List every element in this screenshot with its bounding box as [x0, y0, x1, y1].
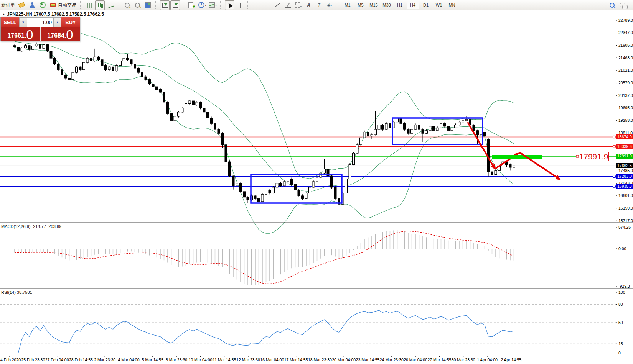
- candle-body: [148, 80, 151, 84]
- cursor-button[interactable]: [225, 0, 234, 10]
- timeframe-m1[interactable]: M1: [341, 1, 354, 9]
- time-tick-label: 26 Mar 04:00: [404, 357, 427, 362]
- chat-button[interactable]: [618, 0, 627, 10]
- candle-body: [422, 129, 424, 133]
- zoom-out-button[interactable]: [133, 0, 142, 10]
- shapes-icon: ◈: [326, 3, 330, 7]
- line-chart-button[interactable]: [105, 0, 115, 10]
- text-button[interactable]: A: [304, 0, 313, 10]
- line-endpoint-marker[interactable]: [613, 145, 615, 148]
- fibonacci-button[interactable]: [283, 0, 293, 10]
- tile-windows-button[interactable]: [143, 0, 153, 10]
- top-toolbar: 新订单 自动交易 ▾ ▾ ▾ A T ◈▾ M1M5M15M30H1H4D1W1…: [0, 0, 633, 10]
- sell-price-panel[interactable]: 17661.0: [1, 27, 40, 41]
- object-markers[interactable]: [576, 136, 615, 188]
- candle-body: [323, 169, 326, 173]
- volume-decrease-button[interactable]: ▼: [19, 17, 27, 27]
- timeframe-h1[interactable]: H1: [394, 1, 406, 9]
- vertical-line-button[interactable]: [252, 0, 262, 10]
- add-indicator-icon: [188, 2, 193, 8]
- periods-button[interactable]: ▾: [198, 0, 207, 10]
- crosshair-button[interactable]: [235, 0, 245, 10]
- candle-body: [298, 190, 300, 196]
- bar-chart-button[interactable]: [85, 0, 94, 10]
- time-tick-label: 23 Mar 14:55: [356, 357, 380, 362]
- zoom-in-button[interactable]: [122, 0, 132, 10]
- volume-increase-button[interactable]: ▲: [53, 17, 61, 27]
- buy-button[interactable]: BUY: [61, 17, 80, 27]
- candle-body: [411, 129, 413, 133]
- timeframe-m15[interactable]: M15: [368, 1, 380, 9]
- dropdown-caret-icon[interactable]: ▾: [215, 3, 217, 7]
- line-endpoint-marker[interactable]: [613, 175, 615, 177]
- candle-body: [105, 66, 107, 70]
- candle-body: [137, 68, 140, 72]
- candle-body: [50, 51, 52, 59]
- autotrade-label[interactable]: 自动交易: [58, 2, 76, 8]
- candle-body: [509, 165, 511, 167]
- autotrade-button[interactable]: [48, 0, 58, 10]
- axis-tick-label: 20137.0: [618, 93, 633, 98]
- candlestick-chart-button[interactable]: [95, 0, 105, 10]
- arrows-button[interactable]: ◈▾: [325, 0, 334, 10]
- time-tick-label: 16 Mar 04:00: [260, 357, 284, 362]
- time-tick-label: 28 Feb 14:55: [69, 357, 93, 362]
- trendline-button[interactable]: [273, 0, 282, 10]
- candle-body: [181, 108, 183, 112]
- volume-input[interactable]: [27, 17, 53, 27]
- candle-body: [127, 58, 129, 60]
- red-line-tip[interactable]: [514, 153, 521, 155]
- highlight-zone[interactable]: [492, 155, 542, 159]
- big-price-label[interactable]: 17991.9: [579, 152, 609, 161]
- time-tick-label: 4 Feb 2020: [0, 357, 21, 362]
- horizontal-line-button[interactable]: [262, 0, 272, 10]
- axis-tick-label: 17485.0: [618, 168, 633, 173]
- price-badge-label: 17283.0: [617, 174, 632, 179]
- time-tick-label: 18 Mar 23:30: [308, 357, 332, 362]
- axis-tick-label: 22789.0: [618, 18, 633, 23]
- eraser-button[interactable]: [17, 0, 26, 10]
- toolbar-separator: [118, 1, 120, 9]
- equidistant-channel-button[interactable]: [293, 0, 303, 10]
- symbol-marker-icon[interactable]: ▲: [2, 13, 5, 16]
- candle-body: [436, 128, 438, 130]
- line-endpoint-marker[interactable]: [613, 136, 615, 138]
- chart-shift-button[interactable]: [170, 0, 180, 10]
- buy-price-panel[interactable]: 17684.0: [41, 27, 80, 41]
- timeframe-w1[interactable]: W1: [433, 1, 445, 9]
- timeframe-m5[interactable]: M5: [354, 1, 367, 9]
- dropdown-caret-icon[interactable]: ▾: [205, 3, 206, 7]
- search-icon: [610, 3, 615, 8]
- candle-body: [46, 45, 49, 51]
- candle-body: [280, 183, 282, 186]
- text-label-button[interactable]: T: [314, 0, 324, 10]
- templates-button[interactable]: ▾: [208, 0, 218, 10]
- user-icon: [30, 2, 35, 8]
- profile-button[interactable]: [27, 0, 37, 10]
- sell-button[interactable]: SELL: [1, 17, 19, 27]
- candle-body: [130, 60, 132, 64]
- rsi-label: RSI(14) 38.7581: [1, 290, 32, 295]
- dropdown-caret-icon[interactable]: ▾: [331, 3, 332, 7]
- candle-body: [141, 72, 143, 77]
- timeframe-d1[interactable]: D1: [420, 1, 432, 9]
- price-level-lines[interactable]: [0, 137, 616, 187]
- signal-button[interactable]: [38, 0, 47, 10]
- candle-body: [134, 64, 136, 68]
- indicators-button[interactable]: ▾: [187, 0, 197, 10]
- timeframe-h4[interactable]: H4: [407, 1, 419, 9]
- text-icon: A: [307, 3, 310, 8]
- time-tick-label: 4 Mar 04:00: [118, 357, 139, 362]
- timeframe-m30[interactable]: M30: [381, 1, 393, 9]
- line-endpoint-marker[interactable]: [613, 185, 615, 187]
- search-button[interactable]: [607, 0, 617, 10]
- green-zone[interactable]: [492, 155, 542, 159]
- price-badge-label: 17662.5: [617, 163, 632, 168]
- candle-body: [389, 123, 391, 128]
- new-order-button[interactable]: 新订单: [1, 2, 15, 8]
- buy-price: 17684: [47, 32, 64, 39]
- timeframe-mn[interactable]: MN: [446, 1, 458, 9]
- price-badge-label: 17991.9: [617, 154, 632, 158]
- chart-canvas[interactable]: 22789.022347.021905.021463.021021.020579…: [0, 0, 633, 364]
- scroll-to-end-button[interactable]: [160, 0, 170, 10]
